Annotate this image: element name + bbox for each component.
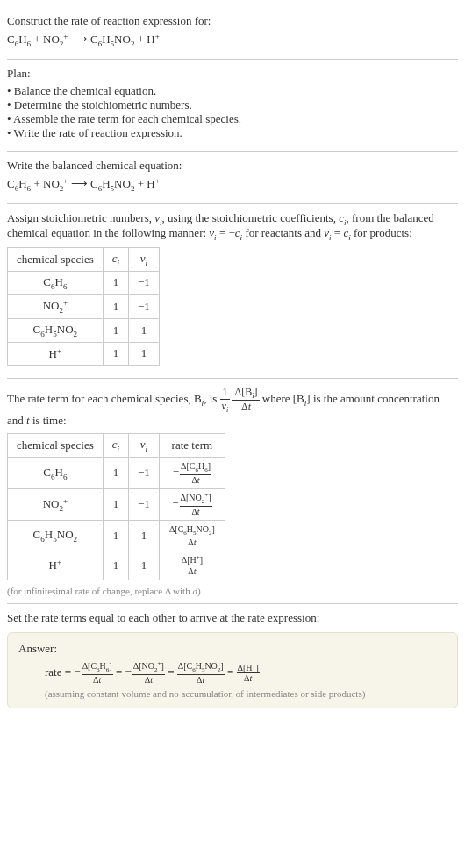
table-row: NO2+ 1 −1: [8, 295, 160, 319]
rateterm-section: The rate term for each chemical species,…: [7, 379, 458, 604]
ci-cell: 1: [103, 342, 128, 365]
ci-cell: 1: [103, 319, 128, 343]
species-cell: C6H6: [8, 271, 104, 295]
species-cell: H+: [8, 551, 104, 580]
plan-item: Assemble the rate term for each chemical…: [7, 112, 458, 126]
table-header: νi: [129, 434, 160, 458]
rate-cell: −Δ[NO2+]Δt: [159, 488, 225, 520]
nu-cell: 1: [129, 342, 160, 365]
rateterm-caption: (for infinitesimal rate of change, repla…: [7, 586, 458, 596]
conclusion-section: Set the rate terms equal to each other t…: [7, 604, 458, 708]
plan-item: Balance the chemical equation.: [7, 84, 458, 98]
species-cell: C6H5NO2: [8, 319, 104, 343]
intro-equation: C6H6 + NO2+ ⟶ C6H5NO2 + H+: [7, 32, 458, 48]
table-row: C6H5NO2 1 1 Δ[C6H5NO2]Δt: [8, 520, 225, 551]
balanced-equation: C6H6 + NO2+ ⟶ C6H5NO2 + H+: [7, 176, 458, 193]
table-header: chemical species: [8, 248, 104, 272]
table-header: ci: [103, 248, 128, 272]
stoich-description: Assign stoichiometric numbers, νi, using…: [7, 211, 458, 242]
answer-label: Answer:: [18, 642, 447, 656]
nu-cell: −1: [129, 488, 160, 520]
stoich-section: Assign stoichiometric numbers, νi, using…: [7, 204, 458, 379]
ci-cell: 1: [103, 458, 128, 489]
table-header: ci: [103, 434, 128, 458]
table-header: rate term: [159, 434, 225, 458]
fraction: Δ[Bi]Δt: [232, 386, 259, 414]
plan-item: Determine the stoichiometric numbers.: [7, 98, 458, 112]
plan-item: Write the rate of reaction expression.: [7, 126, 458, 140]
intro-section: Construct the rate of reaction expressio…: [7, 7, 458, 60]
table-row: C6H6 1 −1: [8, 271, 160, 295]
table-row: NO2+ 1 −1 −Δ[NO2+]Δt: [8, 488, 225, 520]
nu-cell: −1: [129, 271, 160, 295]
table-row: H+ 1 1 Δ[H+]Δt: [8, 551, 225, 580]
ci-cell: 1: [103, 551, 128, 580]
species-cell: C6H5NO2: [8, 520, 104, 551]
ci-cell: 1: [103, 488, 128, 520]
plan-section: Plan: Balance the chemical equation. Det…: [7, 60, 458, 152]
ci-cell: 1: [103, 520, 128, 551]
rateterm-description: The rate term for each chemical species,…: [7, 386, 458, 428]
table-header-row: chemical species ci νi rate term: [8, 434, 225, 458]
species-cell: NO2+: [8, 295, 104, 319]
balanced-section: Write the balanced chemical equation: C6…: [7, 152, 458, 204]
table-row: C6H5NO2 1 1: [8, 319, 160, 343]
rateterm-table: chemical species ci νi rate term C6H6 1 …: [7, 433, 225, 580]
intro-prompt: Construct the rate of reaction expressio…: [7, 14, 458, 28]
fraction: 1νi: [220, 386, 231, 414]
table-header-row: chemical species ci νi: [8, 248, 160, 272]
answer-assumption: (assuming constant volume and no accumul…: [18, 688, 447, 699]
nu-cell: 1: [129, 319, 160, 343]
conclusion-text: Set the rate terms equal to each other t…: [7, 611, 458, 625]
table-header: νi: [129, 248, 160, 272]
answer-box: Answer: rate = −Δ[C6H6]Δt = −Δ[NO2+]Δt =…: [7, 632, 458, 708]
table-row: C6H6 1 −1 −Δ[C6H6]Δt: [8, 458, 225, 489]
nu-cell: −1: [129, 295, 160, 319]
rate-expression: rate = −Δ[C6H6]Δt = −Δ[NO2+]Δt = Δ[C6H5N…: [18, 661, 447, 685]
rate-cell: Δ[C6H5NO2]Δt: [159, 520, 225, 551]
nu-cell: −1: [129, 458, 160, 489]
balanced-label: Write the balanced chemical equation:: [7, 159, 458, 173]
rate-cell: −Δ[C6H6]Δt: [159, 458, 225, 489]
table-row: H+ 1 1: [8, 342, 160, 365]
ci-cell: 1: [103, 295, 128, 319]
table-header: chemical species: [8, 434, 104, 458]
species-cell: H+: [8, 342, 104, 365]
nu-cell: 1: [129, 551, 160, 580]
nu-cell: 1: [129, 520, 160, 551]
ci-cell: 1: [103, 271, 128, 295]
rate-cell: Δ[H+]Δt: [159, 551, 225, 580]
species-cell: C6H6: [8, 458, 104, 489]
plan-label: Plan:: [7, 67, 458, 81]
species-cell: NO2+: [8, 488, 104, 520]
stoich-table: chemical species ci νi C6H6 1 −1 NO2+ 1 …: [7, 247, 160, 366]
plan-list: Balance the chemical equation. Determine…: [7, 84, 458, 140]
